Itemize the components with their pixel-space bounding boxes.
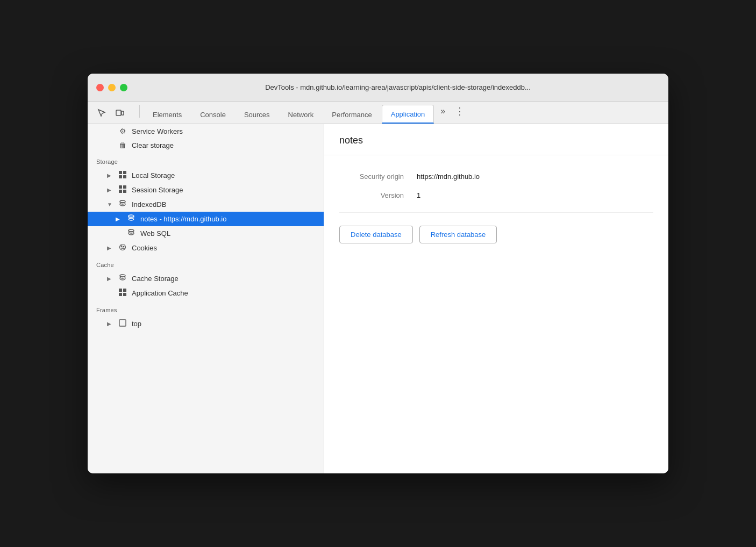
grid-icon — [118, 171, 127, 180]
sidebar-item-clear-storage[interactable]: 🗑 Clear storage — [88, 138, 324, 152]
arrow-down-icon: ▼ — [107, 201, 113, 207]
frames-section-label: Frames — [88, 300, 324, 316]
sidebar-item-label: Service Workers — [132, 127, 183, 135]
sidebar-item-label: Session Storage — [132, 186, 183, 194]
svg-rect-8 — [119, 190, 122, 193]
arrow-right-icon: ▶ — [107, 187, 113, 193]
svg-rect-23 — [119, 320, 126, 326]
tab-performance[interactable]: Performance — [323, 105, 380, 124]
svg-rect-7 — [123, 185, 126, 189]
grid-icon — [118, 289, 127, 298]
frame-icon — [118, 319, 127, 328]
arrow-right-icon: ▶ — [107, 321, 113, 327]
security-origin-row: Security origin https://mdn.github.io — [339, 172, 653, 181]
sidebar: ⚙ Service Workers 🗑 Clear storage Storag… — [88, 124, 324, 473]
content-title: notes — [339, 135, 653, 146]
svg-rect-6 — [119, 185, 122, 189]
trash-icon: 🗑 — [118, 141, 127, 149]
device-toolbar-icon-button[interactable] — [112, 105, 127, 120]
more-tabs-button[interactable]: » — [435, 103, 451, 119]
inspect-icon-button[interactable] — [94, 105, 109, 120]
arrow-right-icon: ▶ — [107, 276, 113, 282]
action-buttons: Delete database Refresh database — [339, 226, 653, 243]
sidebar-item-label: Local Storage — [132, 171, 175, 179]
gear-icon: ⚙ — [118, 127, 127, 135]
svg-rect-5 — [123, 175, 126, 178]
svg-point-13 — [120, 244, 126, 250]
version-row: Version 1 — [339, 191, 653, 199]
svg-point-15 — [123, 246, 124, 247]
refresh-database-button[interactable]: Refresh database — [419, 226, 497, 243]
storage-section-label: Storage — [88, 152, 324, 168]
database-active-icon — [126, 214, 136, 224]
main-area: ⚙ Service Workers 🗑 Clear storage Storag… — [88, 124, 668, 473]
content-divider — [339, 212, 653, 213]
sidebar-item-session-storage[interactable]: ▶ Session Storage — [88, 183, 324, 197]
tabbar: Elements Console Sources Network Perform… — [88, 102, 668, 124]
window-title: DevTools - mdn.github.io/learning-area/j… — [136, 83, 660, 91]
arrow-right-icon: ▶ — [107, 245, 113, 251]
arrow-right-icon: ▶ — [116, 216, 122, 222]
sidebar-item-label: IndexedDB — [132, 200, 166, 208]
sidebar-item-top-frame[interactable]: ▶ top — [88, 316, 324, 331]
sidebar-item-notes-db[interactable]: ▶ notes - https://mdn.github.io — [88, 212, 324, 226]
tab-icon-group — [94, 105, 127, 120]
svg-rect-19 — [119, 289, 122, 292]
sidebar-item-indexeddb[interactable]: ▼ IndexedDB — [88, 197, 324, 212]
cookie-icon — [118, 243, 127, 253]
tab-console[interactable]: Console — [191, 105, 234, 124]
sidebar-item-web-sql[interactable]: Web SQL — [88, 226, 324, 241]
tab-network[interactable]: Network — [280, 105, 323, 124]
svg-rect-9 — [123, 190, 126, 193]
database-icon — [118, 274, 127, 283]
svg-rect-3 — [123, 171, 126, 174]
database-icon — [126, 229, 136, 238]
grid-icon — [118, 185, 127, 195]
version-label: Version — [339, 191, 404, 199]
titlebar: DevTools - mdn.github.io/learning-area/j… — [88, 74, 668, 102]
cache-section-label: Cache — [88, 255, 324, 271]
svg-rect-1 — [122, 111, 124, 115]
arrow-right-icon: ▶ — [107, 172, 113, 178]
svg-rect-2 — [119, 171, 122, 174]
sidebar-item-label: Web SQL — [140, 229, 170, 237]
tab-application[interactable]: Application — [382, 105, 434, 124]
tab-sources[interactable]: Sources — [236, 105, 279, 124]
close-button[interactable] — [96, 84, 104, 91]
sidebar-item-label: Cookies — [132, 244, 157, 252]
devtools-window: DevTools - mdn.github.io/learning-area/j… — [88, 74, 668, 473]
svg-rect-21 — [119, 293, 122, 296]
sidebar-item-label: Clear storage — [132, 141, 174, 149]
sidebar-item-cookies[interactable]: ▶ Cookies — [88, 241, 324, 255]
svg-point-14 — [121, 246, 122, 247]
sidebar-item-local-storage[interactable]: ▶ Local Storage — [88, 168, 324, 183]
sidebar-item-app-cache[interactable]: Application Cache — [88, 286, 324, 300]
security-origin-value: https://mdn.github.io — [417, 172, 480, 181]
sidebar-item-label: notes - https://mdn.github.io — [140, 215, 226, 223]
sidebar-item-cache-storage[interactable]: ▶ Cache Storage — [88, 271, 324, 286]
sidebar-item-service-workers[interactable]: ⚙ Service Workers — [88, 124, 324, 138]
content-header: notes — [324, 124, 668, 155]
tab-divider — [139, 105, 140, 118]
sidebar-item-label: Cache Storage — [132, 275, 179, 283]
maximize-button[interactable] — [120, 84, 127, 91]
svg-rect-20 — [123, 289, 126, 292]
svg-point-17 — [124, 248, 124, 249]
database-icon — [118, 200, 127, 209]
content-body: Security origin https://mdn.github.io Ve… — [324, 155, 668, 261]
minimize-button[interactable] — [108, 84, 116, 91]
svg-rect-0 — [116, 110, 121, 116]
svg-point-16 — [122, 248, 123, 249]
tab-elements[interactable]: Elements — [144, 105, 190, 124]
sidebar-item-label: top — [132, 320, 141, 328]
version-value: 1 — [417, 191, 420, 199]
svg-rect-4 — [119, 175, 122, 178]
sidebar-item-label: Application Cache — [132, 289, 188, 297]
window-controls — [96, 84, 127, 91]
delete-database-button[interactable]: Delete database — [339, 226, 413, 243]
content-panel: notes Security origin https://mdn.github… — [324, 124, 668, 473]
devtools-menu-button[interactable]: ⋮ — [452, 105, 468, 117]
svg-rect-22 — [123, 293, 126, 296]
security-origin-label: Security origin — [339, 172, 404, 181]
